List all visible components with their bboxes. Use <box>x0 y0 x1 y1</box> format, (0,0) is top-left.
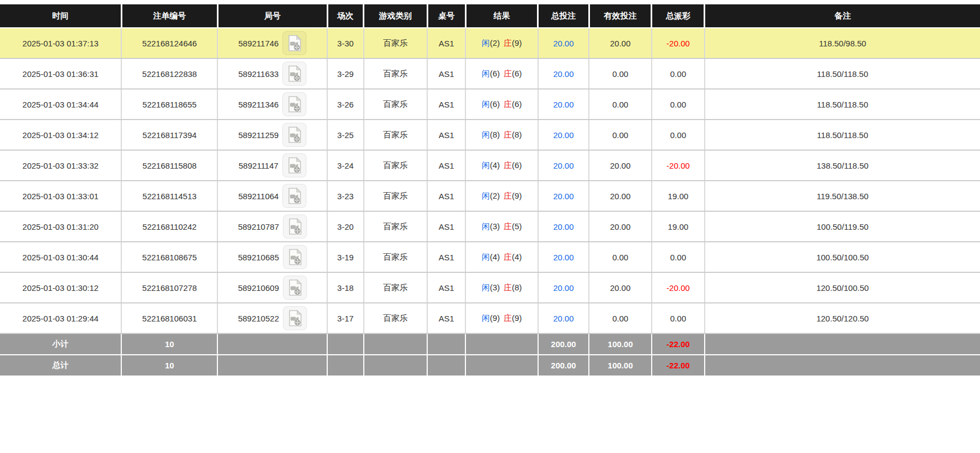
cell-time: 2025-01-03 01:37:13 <box>0 28 121 58</box>
cell-payout: -20.00 <box>652 272 705 303</box>
cell-bet-id: 522168108675 <box>121 242 217 272</box>
cell-round: 589211633 <box>217 58 327 89</box>
cell-bet-id: 522168117394 <box>121 120 217 150</box>
result-banker-label: 庄 <box>504 283 512 292</box>
table-row: 2025-01-03 01:30:44 522168108675 5892106… <box>0 242 980 272</box>
table-row: 2025-01-03 01:31:20 522168110242 5892107… <box>0 211 980 242</box>
cell-round: 589210522 <box>217 303 327 333</box>
round-number: 589210787 <box>238 222 279 231</box>
empty-cell <box>217 333 327 355</box>
round-number: 589211746 <box>238 39 279 48</box>
cell-total-bet: 20.00 <box>538 211 589 242</box>
round-number: 589210522 <box>238 314 279 323</box>
video-replay-button[interactable] <box>283 306 307 330</box>
video-replay-icon <box>286 187 303 205</box>
cell-bet-id: 522168106031 <box>121 303 217 333</box>
cell-table-no: AS1 <box>427 28 465 58</box>
cell-game-type: 百家乐 <box>364 150 428 181</box>
result-player-score: (6) <box>490 69 500 78</box>
cell-payout: 0.00 <box>652 89 705 120</box>
total-bet-link[interactable]: 20.00 <box>553 192 574 201</box>
round-number: 589211633 <box>238 69 279 79</box>
cell-table-no: AS1 <box>427 120 465 150</box>
video-replay-button[interactable] <box>283 214 307 239</box>
result-banker-score: (4) <box>512 252 522 261</box>
total-bet-link[interactable]: 20.00 <box>553 283 574 293</box>
video-replay-button[interactable] <box>282 31 306 55</box>
cell-game-type: 百家乐 <box>364 242 428 272</box>
round-number: 589211346 <box>238 100 279 109</box>
subtotal-count: 10 <box>121 333 217 355</box>
total-bet-link[interactable]: 20.00 <box>553 69 574 79</box>
total-valid-bet: 100.00 <box>589 355 652 376</box>
table-header-row: 时间 注单编号 局号 场次 游戏类别 桌号 结果 总投注 有效投注 总派彩 备注 <box>0 4 980 28</box>
total-row: 总计 10 200.00 100.00 -22.00 <box>0 355 980 376</box>
result-banker-score: (5) <box>512 222 522 231</box>
result-player-score: (6) <box>490 99 500 109</box>
result-banker-label: 庄 <box>504 252 512 261</box>
video-replay-button[interactable] <box>283 245 307 269</box>
total-bet-link[interactable]: 20.00 <box>553 314 574 323</box>
result-banker-score: (8) <box>512 130 522 139</box>
empty-cell <box>327 355 363 376</box>
video-replay-button[interactable] <box>282 153 306 177</box>
result-banker-score: (6) <box>512 160 522 170</box>
subtotal-total-bet: 200.00 <box>538 333 589 355</box>
total-bet-link[interactable]: 20.00 <box>553 161 574 170</box>
subtotal-payout: -22.00 <box>652 333 705 355</box>
cell-remark: 120.50/120.50 <box>705 303 980 333</box>
result-player-label: 闲 <box>482 99 490 109</box>
video-replay-icon <box>286 96 303 113</box>
cell-valid-bet: 20.00 <box>589 28 652 58</box>
video-replay-button[interactable] <box>282 62 306 86</box>
cell-session: 3-23 <box>327 181 363 211</box>
table-row: 2025-01-03 01:34:44 522168118655 5892113… <box>0 89 980 120</box>
cell-game-type: 百家乐 <box>364 303 428 333</box>
total-total-bet: 200.00 <box>538 355 589 376</box>
cell-session: 3-24 <box>327 150 363 181</box>
total-bet-link[interactable]: 20.00 <box>553 130 574 140</box>
result-player-label: 闲 <box>482 191 490 200</box>
col-header-game-type: 游戏类别 <box>364 4 428 28</box>
video-replay-button[interactable] <box>282 123 306 147</box>
cell-result: 闲(8)庄(8) <box>465 120 538 150</box>
cell-remark: 120.50/100.50 <box>705 272 980 303</box>
cell-total-bet: 20.00 <box>538 242 589 272</box>
video-replay-icon <box>287 279 303 296</box>
total-bet-link[interactable]: 20.00 <box>553 222 574 231</box>
col-header-total-bet: 总投注 <box>538 4 589 28</box>
video-replay-button[interactable] <box>282 184 306 208</box>
cell-time: 2025-01-03 01:33:32 <box>0 150 121 181</box>
cell-result: 闲(4)庄(4) <box>465 242 538 272</box>
empty-cell <box>705 355 980 376</box>
video-replay-button[interactable] <box>283 276 307 300</box>
col-header-remark: 备注 <box>705 4 980 28</box>
cell-remark: 118.50/118.50 <box>705 120 980 150</box>
cell-total-bet: 20.00 <box>538 303 589 333</box>
cell-valid-bet: 20.00 <box>589 211 652 242</box>
cell-payout: 0.00 <box>652 303 705 333</box>
video-replay-icon <box>286 65 303 82</box>
cell-result: 闲(9)庄(9) <box>465 303 538 333</box>
cell-result: 闲(3)庄(5) <box>465 211 538 242</box>
total-bet-link[interactable]: 20.00 <box>553 100 574 109</box>
cell-result: 闲(2)庄(9) <box>465 28 538 58</box>
result-player-label: 闲 <box>482 38 490 47</box>
result-banker-score: (9) <box>512 191 522 200</box>
total-bet-link[interactable]: 20.00 <box>553 39 574 48</box>
cell-total-bet: 20.00 <box>538 181 589 211</box>
video-replay-icon <box>286 126 303 144</box>
empty-cell <box>427 333 465 355</box>
total-bet-link[interactable]: 20.00 <box>553 253 574 262</box>
result-banker-score: (6) <box>512 99 522 109</box>
video-replay-button[interactable] <box>282 92 306 116</box>
table-row: 2025-01-03 01:29:44 522168106031 5892105… <box>0 303 980 333</box>
cell-game-type: 百家乐 <box>364 89 428 120</box>
cell-valid-bet: 0.00 <box>589 303 652 333</box>
result-player-score: (8) <box>490 130 500 139</box>
result-banker-label: 庄 <box>504 160 512 170</box>
empty-cell <box>327 333 363 355</box>
bet-history-table: 时间 注单编号 局号 场次 游戏类别 桌号 结果 总投注 有效投注 总派彩 备注… <box>0 4 980 377</box>
round-number: 589210685 <box>238 253 279 262</box>
cell-game-type: 百家乐 <box>364 211 428 242</box>
